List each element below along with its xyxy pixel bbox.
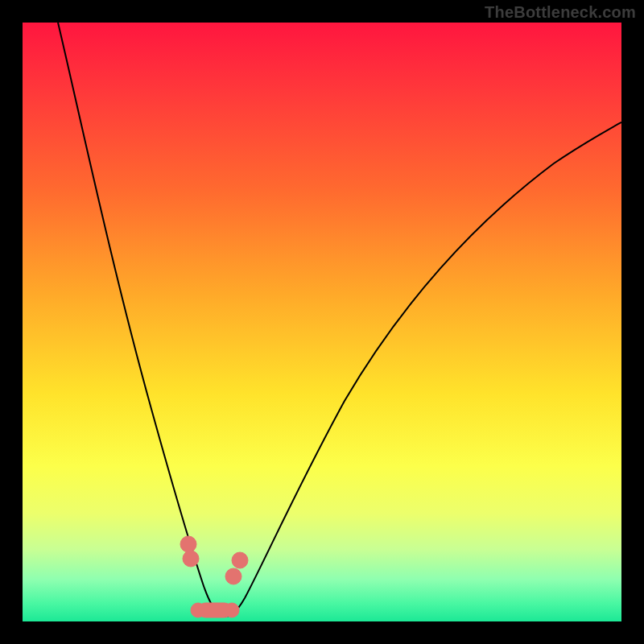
svg-point-1 <box>183 551 199 567</box>
chart-frame: TheBottleneck.com <box>0 0 644 644</box>
chart-overlay <box>23 23 621 621</box>
watermark-text: TheBottleneck.com <box>485 3 636 22</box>
svg-point-3 <box>225 568 242 584</box>
marker-cluster-right <box>225 552 248 584</box>
plot-area <box>23 23 621 621</box>
svg-point-6 <box>225 603 239 617</box>
marker-cluster-left <box>180 536 199 567</box>
bottleneck-curve <box>58 23 621 617</box>
svg-point-2 <box>232 552 248 568</box>
svg-point-0 <box>180 536 196 552</box>
marker-trough-bar <box>191 603 239 617</box>
